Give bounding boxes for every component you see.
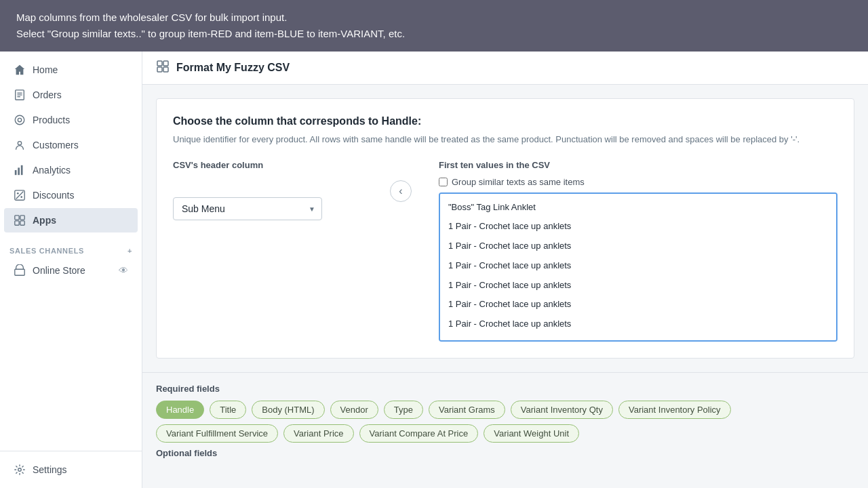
svg-point-6 — [18, 142, 21, 145]
sidebar-label-home: Home — [33, 64, 58, 75]
analytics-icon — [14, 164, 26, 176]
sidebar-item-apps[interactable]: Apps — [4, 208, 138, 232]
top-banner: Map columns from the wholesaler CSV for … — [0, 0, 868, 52]
svg-rect-17 — [20, 221, 24, 225]
svg-rect-23 — [163, 67, 168, 72]
orders-icon — [14, 89, 26, 101]
prev-nav-button[interactable]: ‹ — [390, 180, 412, 202]
svg-rect-14 — [15, 216, 19, 220]
sidebar-item-settings[interactable]: Settings — [4, 458, 138, 482]
content-area: Choose the column that corresponds to Ha… — [142, 85, 868, 372]
svg-rect-7 — [15, 170, 17, 175]
banner-line1: Map columns from the wholesaler CSV for … — [16, 9, 852, 26]
main-card: Choose the column that corresponds to Ha… — [156, 98, 854, 359]
add-sales-channel-icon[interactable]: + — [127, 247, 132, 255]
sub-menu-select[interactable]: Sub Menu — [173, 197, 322, 220]
csv-value-item: 1 Pair - Crochet lace up anklets — [440, 256, 836, 276]
svg-rect-18 — [15, 269, 24, 275]
field-badge-variant-fulfillment-service[interactable]: Variant Fulfillment Service — [156, 424, 278, 443]
csv-value-item: 1 Pair - Crochet lace up anklets — [440, 314, 836, 334]
svg-line-12 — [16, 192, 24, 199]
apps-icon — [14, 214, 26, 226]
field-badge-body-(html)[interactable]: Body (HTML) — [252, 401, 324, 419]
svg-rect-15 — [20, 216, 24, 220]
required-fields-label: Required fields — [156, 384, 854, 394]
home-icon — [14, 64, 26, 76]
csv-value-item: 1 Pair - Crochet lace up anklets — [440, 237, 836, 256]
sidebar-label-settings: Settings — [33, 464, 67, 475]
sales-channels-label: SALES CHANNELS — [9, 247, 84, 255]
sidebar-item-analytics[interactable]: Analytics — [4, 158, 138, 182]
first-ten-label: First ten values in the CSV — [439, 160, 837, 170]
products-icon — [14, 114, 26, 126]
online-store-label: Online Store — [33, 265, 85, 276]
field-badge-variant-compare-at-price[interactable]: Variant Compare At Price — [359, 424, 479, 443]
sidebar-bottom: Settings — [0, 451, 142, 488]
csv-value-item: 1 Pair - Crochet lace up anklets — [440, 295, 836, 314]
sidebar-item-online-store[interactable]: Online Store 👁 — [4, 258, 138, 283]
columns-row: CSV's header column Sub Menu ▼ ‹ — [173, 160, 837, 342]
page-header-icon — [156, 60, 170, 76]
fields-row-1: HandleTitleBody (HTML)VendorTypeVariant … — [156, 401, 854, 443]
csv-value-item: Abalone Mermaid Pearl Charm Anklet — [440, 334, 836, 341]
page-header: Format My Fuzzy CSV — [142, 52, 868, 85]
csv-value-item: "Boss" Tag Link Anklet — [440, 198, 836, 218]
sidebar-label-products: Products — [33, 115, 70, 125]
svg-rect-8 — [18, 167, 20, 175]
choose-desc: Unique identifier for every product. All… — [173, 133, 837, 146]
svg-rect-22 — [157, 67, 162, 72]
csv-value-item: 1 Pair - Crochet lace up anklets — [440, 276, 836, 296]
sidebar-item-discounts[interactable]: Discounts — [4, 183, 138, 207]
group-similar-checkbox[interactable] — [439, 178, 448, 186]
svg-rect-16 — [15, 221, 19, 225]
csv-col-header-label: CSV's header column — [173, 160, 363, 170]
sidebar-nav: Home Orders Products Customers — [0, 52, 142, 239]
first-ten-column: First ten values in the CSV Group simila… — [439, 160, 837, 342]
sidebar-item-home[interactable]: Home — [4, 58, 138, 82]
choose-title: Choose the column that corresponds to Ha… — [173, 115, 837, 127]
svg-point-19 — [18, 468, 22, 472]
online-store-left: Online Store — [14, 264, 85, 277]
field-badge-variant-price[interactable]: Variant Price — [283, 424, 353, 443]
field-badge-title[interactable]: Title — [210, 401, 246, 419]
csv-value-item: 1 Pair - Crochet lace up anklets — [440, 217, 836, 237]
sidebar-label-discounts: Discounts — [33, 190, 74, 201]
csv-header-column: CSV's header column Sub Menu ▼ — [173, 160, 363, 220]
customers-icon — [14, 139, 26, 151]
page-title: Format My Fuzzy CSV — [176, 62, 290, 74]
eye-icon[interactable]: 👁 — [119, 265, 128, 276]
csv-values-box: "Boss" Tag Link Anklet1 Pair - Crochet l… — [439, 192, 837, 342]
sales-channels-section: SALES CHANNELS + — [0, 239, 142, 258]
banner-line2: Select "Group similar texts.." to group … — [16, 26, 852, 42]
sidebar-item-orders[interactable]: Orders — [4, 83, 138, 107]
svg-point-5 — [18, 118, 21, 121]
sub-menu-select-wrapper: Sub Menu ▼ — [173, 197, 322, 220]
required-fields-section: Required fields HandleTitleBody (HTML)Ve… — [142, 372, 868, 476]
discounts-icon — [14, 189, 26, 201]
svg-rect-20 — [157, 61, 162, 66]
required-fields-row: HandleTitleBody (HTML)VendorTypeVariant … — [156, 401, 854, 443]
field-badge-variant-weight-unit[interactable]: Variant Weight Unit — [484, 424, 579, 443]
main-content: Format My Fuzzy CSV Choose the column th… — [142, 52, 868, 488]
field-badge-variant-grams[interactable]: Variant Grams — [429, 401, 505, 419]
store-icon — [14, 264, 26, 277]
sidebar-label-orders: Orders — [33, 89, 62, 100]
sidebar-item-customers[interactable]: Customers — [4, 133, 138, 157]
field-badge-vendor[interactable]: Vendor — [330, 401, 378, 419]
svg-point-4 — [15, 115, 24, 125]
sub-menu-wrapper: Sub Menu ▼ — [173, 197, 363, 220]
settings-icon — [14, 464, 26, 476]
field-badge-variant-inventory-qty[interactable]: Variant Inventory Qty — [511, 401, 613, 419]
optional-fields-label: Optional fields — [156, 448, 854, 458]
sidebar-label-analytics: Analytics — [33, 165, 71, 176]
svg-rect-21 — [163, 61, 168, 66]
field-badge-variant-inventory-policy[interactable]: Variant Inventory Policy — [618, 401, 731, 419]
svg-rect-9 — [21, 165, 23, 175]
sidebar-label-customers: Customers — [33, 140, 79, 150]
group-similar-label[interactable]: Group similar texts as same items — [452, 177, 585, 187]
group-similar-row: Group similar texts as same items — [439, 177, 837, 187]
sidebar-label-apps: Apps — [33, 215, 56, 226]
field-badge-type[interactable]: Type — [384, 401, 423, 419]
sidebar-item-products[interactable]: Products — [4, 108, 138, 132]
field-badge-handle[interactable]: Handle — [156, 401, 204, 419]
